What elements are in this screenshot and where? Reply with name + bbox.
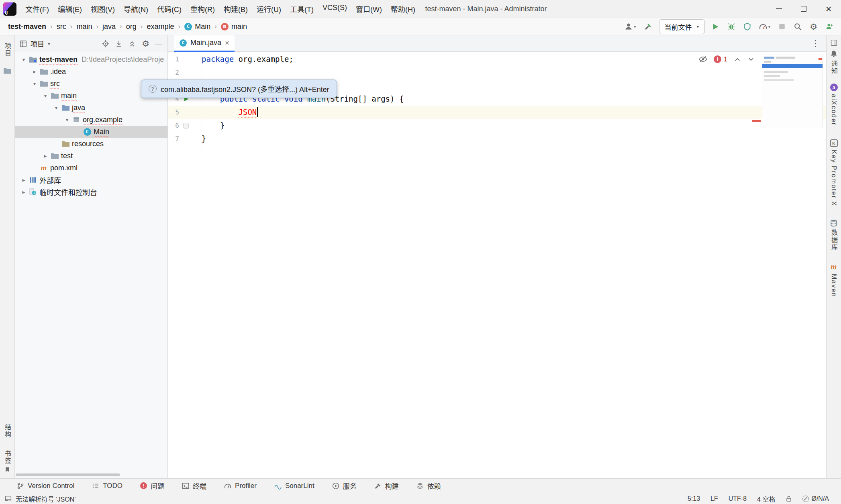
search-everywhere-button[interactable] — [792, 21, 803, 32]
breadcrumb-class[interactable]: C Main — [184, 22, 210, 31]
toolwindow-project-button[interactable]: 项目 — [2, 43, 12, 57]
toolwindow-dependencies-button[interactable]: 依赖 — [416, 481, 441, 491]
chevron-down-icon[interactable]: ▾ — [41, 92, 50, 99]
tree-item-test-maven[interactable]: ▾ test-maven D:\IdeaProjects\IdeaProje — [15, 53, 167, 65]
toolwindow-sonarlint-button[interactable]: SonarLint — [274, 482, 314, 490]
chevron-down-icon[interactable]: ▾ — [19, 56, 29, 63]
project-panel-title[interactable]: 项目 — [31, 39, 44, 49]
editor-layout-icon[interactable] — [831, 39, 837, 46]
next-error-icon[interactable] — [747, 56, 755, 63]
chevron-right-icon[interactable]: ▸ — [19, 189, 29, 195]
menu-help[interactable]: 帮助(H) — [387, 2, 419, 16]
gear-icon[interactable]: ⚙ — [142, 39, 149, 48]
previous-error-icon[interactable] — [734, 56, 741, 63]
toolwindow-key-promoter-button[interactable]: Key Promoter X — [830, 150, 837, 206]
build-project-button[interactable] — [643, 21, 653, 32]
breadcrumb-java[interactable]: java — [102, 22, 116, 31]
menu-tools[interactable]: 工具(T) — [286, 2, 318, 16]
menu-refactor[interactable]: 重构(R) — [186, 2, 219, 16]
close-icon[interactable]: × — [225, 39, 229, 47]
menu-window[interactable]: 窗口(W) — [352, 2, 386, 16]
more-icon[interactable]: ⋮ — [811, 39, 820, 48]
debug-button[interactable] — [726, 21, 737, 32]
horizontal-scrollbar[interactable] — [16, 473, 120, 476]
settings-button[interactable]: ⚙ — [808, 21, 819, 32]
menu-vcs[interactable]: VCS(S) — [318, 2, 351, 16]
coverage-button[interactable] — [742, 22, 752, 32]
toolwindow-structure-button[interactable]: 结构 — [2, 424, 12, 438]
memory-indicator[interactable]: Ø/N/A — [802, 495, 829, 502]
chevron-down-icon[interactable]: ▾ — [48, 41, 50, 47]
highlighting-off-icon[interactable] — [699, 55, 707, 63]
breadcrumb-main-dir[interactable]: main — [76, 22, 92, 31]
code-line[interactable]: 7 } — [168, 132, 826, 145]
toolwindow-build-button[interactable]: 构建 — [374, 481, 399, 491]
fold-marker-icon[interactable] — [183, 123, 189, 129]
tree-item-test[interactable]: ▸ test — [15, 150, 167, 162]
caret-position[interactable]: 5:13 — [688, 495, 700, 502]
toolwindow-maven-button[interactable]: Maven — [830, 274, 837, 297]
panel-toggle-icon[interactable] — [5, 495, 12, 502]
toolwindow-database-button[interactable]: 数据库 — [829, 229, 839, 251]
code-with-me-button[interactable] — [824, 21, 835, 32]
error-count-badge[interactable]: ! 1 — [714, 55, 727, 63]
breadcrumb-example[interactable]: example — [147, 22, 174, 31]
chevron-right-icon[interactable]: ▸ — [41, 153, 50, 159]
stop-button[interactable] — [777, 22, 787, 31]
toolwindow-aixcoder-button[interactable]: aiXcoder — [830, 94, 837, 126]
menu-run[interactable]: 运行(U) — [253, 2, 285, 16]
menu-build[interactable]: 构建(B) — [220, 2, 252, 16]
chevron-right-icon[interactable]: ▸ — [19, 177, 29, 183]
run-config-select[interactable]: 当前文件 ▾ — [659, 19, 705, 34]
hide-panel-icon[interactable]: — — [155, 40, 162, 47]
toolwindow-problems-button[interactable]: ! 问题 — [140, 481, 164, 491]
tree-item-resources[interactable]: resources — [15, 138, 167, 150]
user-account-button[interactable]: ▾ — [623, 21, 637, 32]
close-window-button[interactable]: × — [816, 0, 841, 18]
indent-style[interactable]: 4 空格 — [757, 494, 775, 504]
menu-file[interactable]: 文件(F) — [21, 2, 53, 16]
tab-main-java[interactable]: C Main.java × — [174, 35, 235, 52]
tree-item-external-libraries[interactable]: ▸ 外部库 — [15, 174, 167, 186]
collapse-all-icon[interactable] — [129, 40, 136, 47]
tree-item-pom-xml[interactable]: m pom.xml — [15, 162, 167, 174]
file-encoding[interactable]: UTF-8 — [729, 495, 747, 502]
menu-view[interactable]: 视图(V) — [87, 2, 119, 16]
tree-item-java[interactable]: ▾ java — [15, 102, 167, 114]
tree-item-org-example[interactable]: ▾ org.example — [15, 114, 167, 126]
toolwindow-profiler-button[interactable]: Profiler — [224, 482, 257, 490]
error-stripe-mark[interactable] — [752, 120, 761, 122]
locate-file-icon[interactable] — [102, 40, 109, 47]
breadcrumb-method[interactable]: m main — [221, 22, 247, 31]
profiler-button[interactable]: ▾ — [758, 21, 772, 32]
folder-icon[interactable] — [4, 67, 11, 74]
breadcrumb-project[interactable]: test-maven — [8, 22, 46, 31]
import-suggestion-popup[interactable]: ? com.alibaba.fastjson2.JSON? (多重选择...) … — [141, 80, 337, 98]
toolwindow-notifications-button[interactable]: 通知 — [829, 60, 839, 75]
breadcrumb-src[interactable]: src — [57, 22, 66, 31]
menu-edit[interactable]: 编辑(E) — [54, 2, 86, 16]
chevron-down-icon[interactable]: ▾ — [51, 104, 61, 111]
scroll-to-source-icon[interactable] — [115, 40, 122, 47]
menu-navigate[interactable]: 导航(N) — [120, 2, 152, 16]
breadcrumb-org[interactable]: org — [126, 22, 137, 31]
menu-code[interactable]: 代码(C) — [153, 2, 186, 16]
status-message[interactable]: 无法解析符号 'JSON' — [16, 494, 76, 504]
code-line-current[interactable]: 5 JSON — [168, 106, 826, 119]
run-button[interactable] — [710, 22, 721, 32]
line-separator[interactable]: LF — [710, 495, 718, 502]
bookmark-icon[interactable] — [4, 467, 10, 473]
tree-item-idea[interactable]: ▸ .idea — [15, 65, 167, 78]
toolwindow-version-control-button[interactable]: Version Control — [17, 482, 74, 490]
code-line[interactable]: 6 } — [168, 119, 826, 132]
chevron-down-icon[interactable]: ▾ — [30, 80, 39, 87]
chevron-right-icon[interactable]: ▸ — [30, 68, 39, 75]
code-editor[interactable]: 1 package org.example; 2 3 4 public stat… — [168, 52, 826, 478]
code-line[interactable]: 2 — [168, 66, 826, 79]
tree-item-main-class[interactable]: C Main — [15, 126, 167, 138]
lock-icon[interactable] — [786, 496, 792, 502]
toolwindow-bookmarks-button[interactable]: 书签 — [2, 450, 12, 465]
toolwindow-services-button[interactable]: 服务 — [332, 481, 357, 491]
minimap[interactable] — [762, 54, 823, 128]
chevron-down-icon[interactable]: ▾ — [62, 116, 72, 123]
